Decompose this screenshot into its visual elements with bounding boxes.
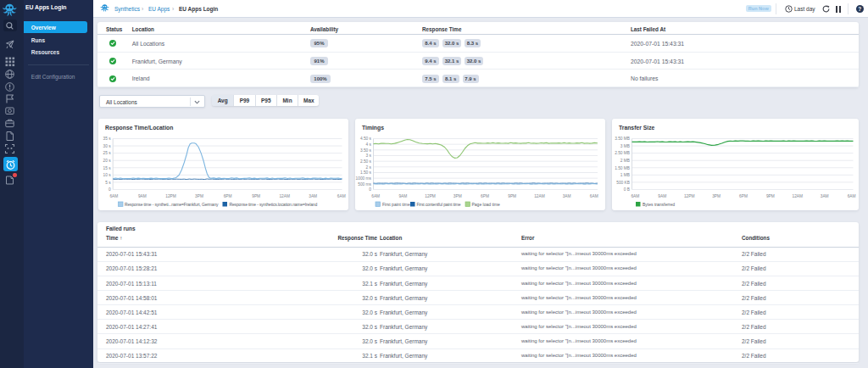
svg-text:5 s: 5 s <box>105 181 111 185</box>
svg-text:6PM: 6PM <box>223 194 231 198</box>
svg-text:6AM: 6AM <box>109 194 118 198</box>
svg-text:Page load time: Page load time <box>471 202 500 207</box>
svg-text:3 s: 3 s <box>365 153 371 158</box>
svg-text:3PM: 3PM <box>712 194 721 198</box>
svg-text:500 ms: 500 ms <box>358 182 371 187</box>
svg-text:2.50 MB: 2.50 MB <box>615 151 630 155</box>
svg-text:3.50 MB: 3.50 MB <box>615 137 630 141</box>
svg-text:12PM: 12PM <box>165 194 176 198</box>
svg-text:2 MB: 2 MB <box>620 159 629 163</box>
svg-text:6PM: 6PM <box>739 194 748 198</box>
svg-text:1.50 s: 1.50 s <box>359 170 371 175</box>
svg-text:9PM: 9PM <box>252 194 260 198</box>
svg-text:3AM: 3AM <box>562 194 570 198</box>
svg-text:Response time - syntheti...nam: Response time - syntheti...name=Frankfur… <box>125 202 219 207</box>
svg-text:12PM: 12PM <box>425 194 436 198</box>
svg-text:3PM: 3PM <box>195 194 203 198</box>
svg-text:12PM: 12PM <box>683 194 694 198</box>
svg-text:Response time - synthetics.loc: Response time - synthetics.location.name… <box>229 202 317 207</box>
svg-text:3AM: 3AM <box>309 194 317 198</box>
svg-text:6AM: 6AM <box>847 194 855 198</box>
svg-text:First contentful paint time: First contentful paint time <box>416 202 460 207</box>
svg-text:12AM: 12AM <box>534 194 545 198</box>
svg-text:4.50 s: 4.50 s <box>359 137 371 141</box>
svg-text:0: 0 <box>108 187 111 192</box>
svg-text:12AM: 12AM <box>792 194 803 198</box>
svg-text:6PM: 6PM <box>481 194 489 198</box>
svg-text:6AM: 6AM <box>631 194 639 198</box>
svg-text:10 s: 10 s <box>103 173 111 177</box>
svg-text:1000 ms: 1000 ms <box>355 176 371 181</box>
svg-text:9AM: 9AM <box>398 194 407 198</box>
svg-text:35 s: 35 s <box>103 137 111 141</box>
svg-text:3.50 s: 3.50 s <box>359 148 371 153</box>
svg-text:12AM: 12AM <box>279 194 290 198</box>
svg-text:3AM: 3AM <box>820 194 828 198</box>
svg-text:30 s: 30 s <box>103 144 111 148</box>
svg-text:20 s: 20 s <box>103 159 111 163</box>
svg-text:0: 0 <box>369 187 371 192</box>
svg-text:9PM: 9PM <box>765 194 774 198</box>
svg-text:3 MB: 3 MB <box>620 144 629 148</box>
svg-text:1.50 MB: 1.50 MB <box>615 166 630 170</box>
svg-text:1 MB: 1 MB <box>620 173 629 177</box>
svg-text:6AM: 6AM <box>371 194 380 198</box>
svg-text:2 s: 2 s <box>365 165 371 170</box>
svg-text:4 s: 4 s <box>365 142 371 147</box>
svg-text:0 B: 0 B <box>623 187 629 192</box>
svg-text:3PM: 3PM <box>453 194 461 198</box>
svg-text:2.50 s: 2.50 s <box>359 159 371 164</box>
svg-text:9AM: 9AM <box>137 194 146 198</box>
svg-text:9PM: 9PM <box>508 194 516 198</box>
svg-text:25 s: 25 s <box>103 151 111 155</box>
svg-text:First paint time: First paint time <box>382 202 410 207</box>
svg-text:6AM: 6AM <box>589 194 598 198</box>
svg-text:6AM: 6AM <box>337 194 345 198</box>
svg-text:15 s: 15 s <box>103 166 111 170</box>
svg-text:9AM: 9AM <box>658 194 666 198</box>
svg-text:Bytes transferred: Bytes transferred <box>643 202 675 207</box>
svg-text:500 KB: 500 KB <box>616 181 630 185</box>
